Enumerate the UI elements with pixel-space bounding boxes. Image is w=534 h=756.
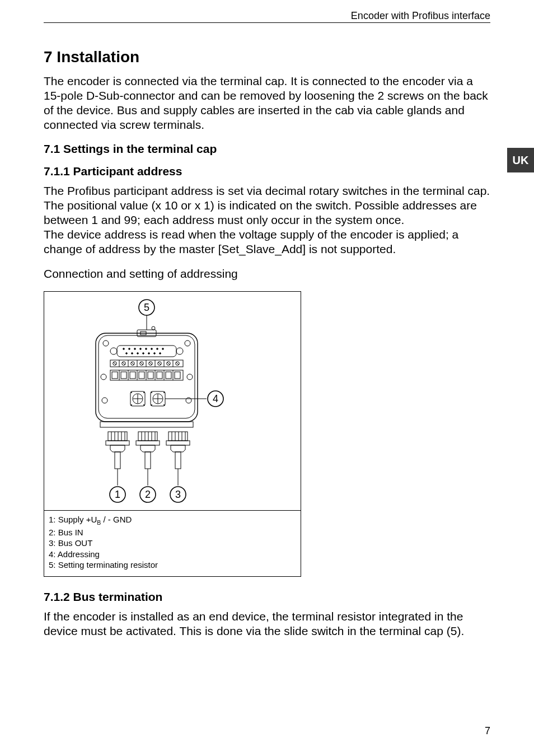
heading-7-1: 7.1 Settings in the terminal cap: [44, 142, 490, 156]
svg-point-25: [160, 353, 161, 354]
svg-rect-87: [108, 432, 127, 441]
para-address-3: Connection and setting of addressing: [44, 267, 490, 281]
heading-7: 7 Installation: [44, 48, 490, 66]
svg-rect-103: [145, 452, 151, 469]
svg-point-26: [110, 348, 117, 354]
svg-rect-93: [106, 441, 129, 445]
callout-3: 3: [175, 489, 181, 500]
svg-line-49: [158, 362, 161, 365]
svg-point-27: [176, 348, 183, 354]
svg-point-72: [131, 392, 132, 393]
svg-point-16: [151, 348, 153, 350]
svg-point-6: [102, 398, 107, 403]
svg-rect-61: [121, 372, 127, 379]
svg-rect-86: [100, 422, 193, 427]
svg-point-19: [126, 353, 128, 354]
heading-7-1-1: 7.1.1 Participant address: [44, 165, 490, 178]
svg-rect-96: [138, 432, 157, 441]
svg-rect-94: [115, 452, 120, 469]
callout-5: 5: [144, 302, 149, 313]
svg-point-17: [157, 348, 158, 350]
svg-rect-112: [175, 452, 181, 469]
svg-rect-64: [148, 372, 153, 379]
svg-rect-67: [175, 372, 180, 379]
para-address-2: The device address is read when the volt…: [44, 227, 490, 256]
svg-point-24: [154, 353, 156, 354]
svg-rect-63: [139, 372, 144, 379]
svg-point-83: [163, 404, 165, 405]
svg-point-15: [146, 348, 147, 350]
language-tab: UK: [507, 148, 534, 172]
svg-point-14: [140, 348, 142, 350]
svg-point-10: [152, 326, 155, 330]
svg-point-18: [162, 348, 164, 350]
figure-terminal-cap: 5: [44, 291, 301, 577]
svg-point-3: [185, 340, 190, 346]
svg-line-47: [140, 362, 143, 365]
svg-rect-28: [110, 360, 183, 367]
svg-rect-60: [112, 372, 118, 379]
para-intro: The encoder is connected via the termina…: [44, 74, 490, 132]
svg-line-44: [114, 362, 116, 365]
svg-rect-102: [136, 441, 160, 445]
header-doc-title: Encoder with Profibus interface: [351, 10, 490, 22]
svg-line-46: [132, 362, 134, 365]
svg-point-74: [131, 404, 132, 405]
page-number: 7: [485, 725, 490, 737]
svg-point-11: [123, 348, 125, 350]
svg-line-50: [167, 362, 170, 365]
para-address-1: The Profibus participant address is set …: [44, 184, 490, 227]
svg-line-48: [149, 362, 152, 365]
figure-caption: 1: Supply +UB / - GND 2: Bus IN 3: Bus O…: [44, 510, 301, 576]
svg-point-23: [148, 353, 150, 354]
callout-2: 2: [145, 489, 151, 500]
svg-point-5: [187, 374, 193, 380]
svg-point-12: [129, 348, 130, 350]
svg-point-75: [143, 404, 144, 405]
svg-point-2: [103, 340, 109, 346]
svg-line-45: [123, 362, 125, 365]
svg-rect-105: [168, 432, 188, 441]
para-bus-termination: If the encoder is installed as an end de…: [44, 609, 490, 638]
svg-point-20: [132, 353, 133, 354]
svg-point-82: [151, 404, 152, 405]
svg-rect-111: [166, 441, 190, 445]
svg-point-22: [143, 353, 144, 354]
heading-7-1-2: 7.1.2 Bus termination: [44, 590, 490, 604]
svg-rect-66: [166, 372, 171, 379]
svg-point-4: [101, 374, 106, 380]
svg-point-73: [143, 392, 144, 393]
svg-point-13: [134, 348, 136, 350]
svg-rect-65: [157, 372, 162, 379]
terminal-cap-diagram: 5: [44, 292, 302, 510]
svg-point-81: [163, 392, 165, 393]
callout-1: 1: [115, 489, 120, 500]
svg-rect-62: [130, 372, 135, 379]
header-rule: [44, 22, 490, 23]
callout-4: 4: [213, 393, 218, 404]
svg-point-21: [137, 353, 139, 354]
svg-point-80: [151, 392, 152, 393]
svg-line-51: [176, 362, 179, 365]
